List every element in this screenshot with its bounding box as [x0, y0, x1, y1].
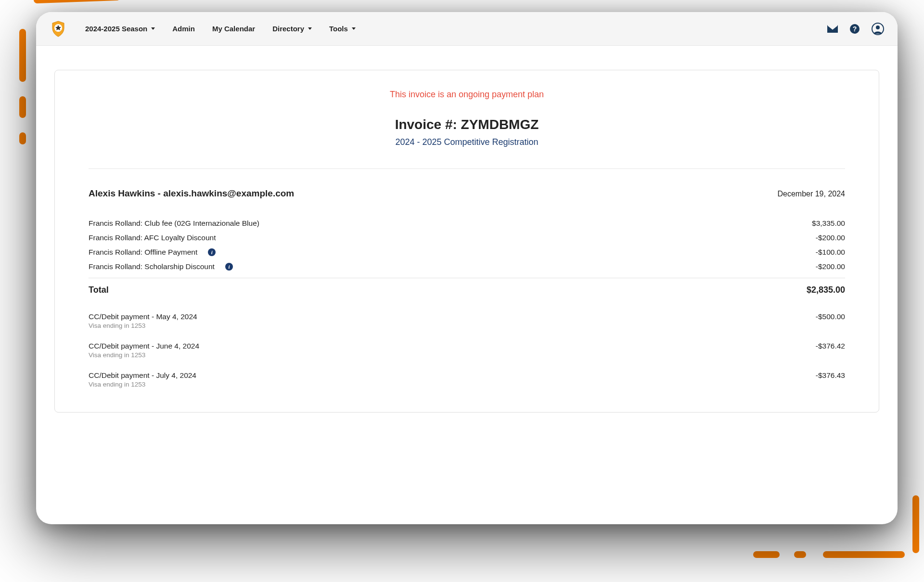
svg-point-5: [876, 26, 880, 29]
info-icon[interactable]: i: [208, 248, 216, 256]
total-row: Total $2,835.00: [89, 278, 845, 301]
payment-amount: -$376.42: [816, 342, 845, 359]
divider: [89, 168, 845, 169]
mail-icon[interactable]: [827, 25, 838, 33]
payment-amount: -$500.00: [816, 312, 845, 329]
payment-card-info: Visa ending in 1253: [89, 322, 197, 329]
line-item: Francis Rolland: Club fee (02G Internazi…: [89, 216, 845, 231]
payment-title: CC/Debit payment - May 4, 2024: [89, 312, 197, 321]
app-logo[interactable]: [50, 20, 67, 38]
nav-tools-label: Tools: [329, 25, 348, 33]
nav-right: ?: [827, 23, 884, 35]
total-amount: $2,835.00: [807, 285, 845, 295]
line-item-label: Francis Rolland: AFC Loyalty Discount: [89, 233, 216, 242]
profile-icon[interactable]: [872, 23, 884, 35]
help-icon[interactable]: ?: [849, 24, 860, 34]
customer-row: Alexis Hawkins - alexis.hawkins@example.…: [89, 188, 845, 199]
line-items: Francis Rolland: Club fee (02G Internazi…: [89, 216, 845, 274]
app-window: 2024-2025 Season Admin My Calendar Direc…: [36, 12, 898, 524]
payment-card-info: Visa ending in 1253: [89, 351, 199, 359]
payment-plan-banner: This invoice is an ongoing payment plan: [89, 90, 845, 100]
invoice-card: This invoice is an ongoing payment plan …: [54, 70, 879, 413]
caret-down-icon: [352, 27, 356, 30]
nav-directory-label: Directory: [272, 25, 304, 33]
payment-row: CC/Debit payment - May 4, 2024 Visa endi…: [89, 312, 845, 329]
line-item-amount: $3,335.00: [812, 219, 845, 228]
payment-card-info: Visa ending in 1253: [89, 381, 196, 388]
line-item-label: Francis Rolland: Offline Payment: [89, 248, 197, 257]
line-item-label: Francis Rolland: Scholarship Discount: [89, 262, 215, 271]
payment-row: CC/Debit payment - June 4, 2024 Visa end…: [89, 342, 845, 359]
total-label: Total: [89, 285, 109, 295]
nav-tools-dropdown[interactable]: Tools: [329, 25, 356, 33]
nav-admin-label: Admin: [172, 25, 195, 33]
line-item-amount: -$100.00: [816, 248, 845, 257]
line-item: Francis Rolland: Scholarship Discount i …: [89, 259, 845, 274]
payment-title: CC/Debit payment - June 4, 2024: [89, 342, 199, 350]
nav-directory-dropdown[interactable]: Directory: [272, 25, 312, 33]
nav-items: 2024-2025 Season Admin My Calendar Direc…: [85, 25, 356, 33]
content: This invoice is an ongoing payment plan …: [36, 46, 898, 427]
nav-season-label: 2024-2025 Season: [85, 25, 147, 33]
payment-row: CC/Debit payment - July 4, 2024 Visa end…: [89, 371, 845, 388]
line-item-amount: -$200.00: [816, 262, 845, 271]
payment-amount: -$376.43: [816, 371, 845, 388]
line-item-amount: -$200.00: [816, 233, 845, 242]
line-item: Francis Rolland: Offline Payment i -$100…: [89, 245, 845, 259]
line-item-label: Francis Rolland: Club fee (02G Internazi…: [89, 219, 259, 228]
payment-title: CC/Debit payment - July 4, 2024: [89, 371, 196, 380]
caret-down-icon: [308, 27, 312, 30]
info-icon[interactable]: i: [225, 263, 233, 271]
caret-down-icon: [151, 27, 155, 30]
nav-calendar-label: My Calendar: [212, 25, 255, 33]
nav-calendar[interactable]: My Calendar: [212, 25, 255, 33]
invoice-subtitle: 2024 - 2025 Competitive Registration: [89, 137, 845, 147]
customer-name: Alexis Hawkins - alexis.hawkins@example.…: [89, 188, 294, 199]
payments-list: CC/Debit payment - May 4, 2024 Visa endi…: [89, 312, 845, 388]
line-item: Francis Rolland: AFC Loyalty Discount -$…: [89, 231, 845, 245]
svg-text:?: ?: [853, 25, 857, 33]
top-nav: 2024-2025 Season Admin My Calendar Direc…: [36, 12, 898, 46]
nav-season-dropdown[interactable]: 2024-2025 Season: [85, 25, 155, 33]
invoice-date: December 19, 2024: [777, 190, 845, 198]
nav-admin[interactable]: Admin: [172, 25, 195, 33]
invoice-title: Invoice #: ZYMDBMGZ: [89, 117, 845, 132]
